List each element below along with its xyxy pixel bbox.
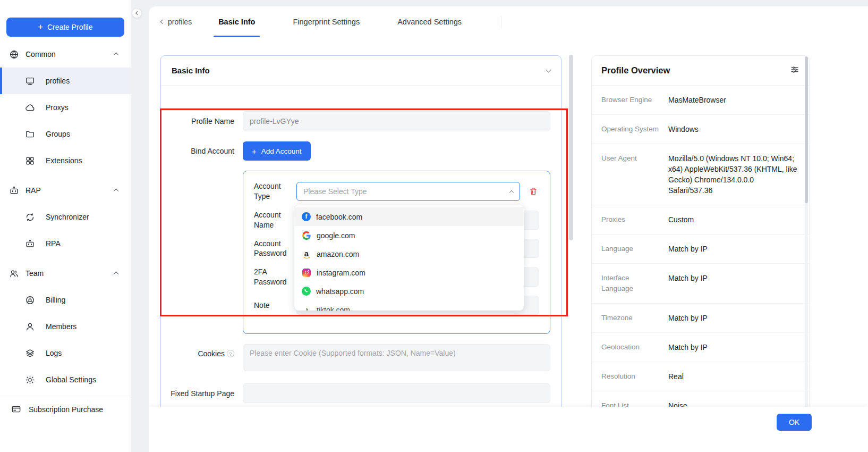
sidebar-item-synchronizer[interactable]: Synchronizer [0,204,131,230]
basic-info-card-header[interactable]: Basic Info [161,56,561,86]
folder-icon [24,129,35,139]
sidebar-item-extensions[interactable]: Extensions [0,147,131,174]
basic-info-card: Basic Info Profile Name Bind Account + A [160,55,561,422]
overview-label: Language [601,244,668,254]
globe-icon [8,49,19,60]
dropdown-option-instagram[interactable]: instagram.com [294,263,524,282]
overview-value: Custom [668,214,799,225]
tab-fingerprint-settings[interactable]: Fingerprint Settings [288,6,364,37]
fixed-startup-input[interactable] [243,383,550,403]
robot-icon [8,185,19,196]
overview-label: Timezone [601,313,668,323]
tab-advanced-settings[interactable]: Advanced Settings [393,6,466,37]
twofa-password-label: 2FA Password [254,267,296,287]
sidebar-item-proxys[interactable]: Proxys [0,94,131,121]
sidebar-item-label: Global Settings [46,375,96,384]
tab-bar: profiles Basic Info Fingerprint Settings… [149,6,868,37]
overview-value: Mozilla/5.0 (Windows NT 10.0; Win64; x64… [668,153,799,196]
chevron-up-icon [114,50,118,58]
app: + Create Profile Common profiles [0,0,868,452]
option-label: whatsapp.com [316,287,364,296]
overview-label: Geolocation [601,342,668,353]
overview-row: Language Match by IP [592,235,809,264]
sidebar-item-rpa[interactable]: RPA [0,230,131,257]
overview-row: User Agent Mozilla/5.0 (Windows NT 10.0;… [592,144,809,205]
overview-value: Match by IP [668,313,799,323]
sidebar-item-label: Logs [46,349,62,357]
help-icon[interactable] [227,350,234,357]
overview-row: Browser Engine MasMateBrowser [592,86,809,115]
dropdown-option-whatsapp[interactable]: whatsapp.com [294,282,524,300]
sidebar-item-global-settings[interactable]: Global Settings [0,366,131,393]
amazon-icon [302,249,311,259]
option-label: instagram.com [317,269,365,277]
tiktok-icon [302,305,311,311]
overview-label: Browser Engine [601,95,668,105]
sidebar-item-billing[interactable]: Billing [0,287,131,313]
grid-icon [24,155,35,166]
sidebar-item-members[interactable]: Members [0,313,131,340]
dropdown-option-facebook[interactable]: facebook.com [294,207,524,226]
overview-scrollbar-thumb[interactable] [805,56,808,203]
sync-icon [24,212,35,222]
select-placeholder: Please Select Type [303,187,367,196]
sliders-icon[interactable] [790,65,799,77]
overview-row: Geolocation Match by IP [592,333,809,362]
dropdown-option-google[interactable]: google.com [294,226,524,245]
option-label: amazon.com [317,250,359,258]
option-label: google.com [317,231,355,240]
trash-icon [529,187,538,196]
fixed-startup-row: Fixed Startup Page [161,383,550,403]
overview-row: Operating System Windows [592,115,809,144]
sidebar-item-label: Proxys [46,103,69,112]
add-account-button[interactable]: + Add Account [243,141,311,161]
whatsapp-icon [302,287,311,296]
breadcrumb-back[interactable]: profiles [161,6,192,37]
account-type-row: Account Type Please Select Type [254,181,539,202]
sidebar-item-label: Subscription Purchase [29,405,103,414]
overview-value: Match by IP [668,342,799,353]
overview-label: Proxies [601,214,668,225]
chevron-down-icon [547,66,550,76]
monitor-icon [24,76,35,86]
sidebar-collapse-button[interactable] [132,8,142,18]
member-icon [24,321,35,332]
cookies-label: Cookies [198,349,225,358]
sidebar-item-logs[interactable]: Logs [0,340,131,366]
sidebar-item-subscription-purchase[interactable]: Subscription Purchase [0,396,131,422]
tab-basic-info[interactable]: Basic Info [214,6,260,37]
sidebar: + Create Profile Common profiles [0,0,131,452]
sidebar-item-groups[interactable]: Groups [0,121,131,147]
option-label: tiktok.com [317,306,350,311]
sidebar-item-label: RPA [46,239,61,248]
create-profile-button[interactable]: + Create Profile [6,18,124,37]
sidebar-section-common[interactable]: Common [0,41,131,68]
sidebar-item-label: profiles [46,77,70,85]
option-label: facebook.com [316,213,362,221]
section-label: Common [25,50,56,58]
fixed-startup-label: Fixed Startup Page [171,389,234,398]
sidebar-item-label: Extensions [46,156,82,165]
overview-label: Resolution [601,371,668,382]
account-type-dropdown: facebook.com google. [294,205,524,311]
account-type-select[interactable]: Please Select Type [296,182,520,201]
overview-row: Proxies Custom [592,205,809,235]
sidebar-section-rap[interactable]: RAP [0,177,131,204]
sidebar-item-profiles[interactable]: profiles [0,68,131,94]
sidebar-section-team[interactable]: Team [0,260,131,287]
sidebar-item-label: Synchronizer [46,213,89,221]
overview-label: User Agent [601,153,668,196]
rpa-icon [24,238,35,249]
dropdown-option-amazon[interactable]: amazon.com [294,245,524,263]
gear-icon [24,374,35,385]
overview-value: Real [668,371,799,382]
chevron-left-icon [160,20,165,24]
main-scrollbar-thumb[interactable] [569,55,573,240]
delete-account-button[interactable] [529,186,539,197]
cookies-textarea[interactable] [243,344,550,371]
add-account-label: Add Account [261,147,302,155]
sidebar-nav: Common profiles Proxys Groups [0,41,131,393]
dropdown-option-tiktok[interactable]: tiktok.com [294,300,524,311]
ok-button[interactable]: OK [777,414,812,431]
profile-name-input[interactable] [243,111,550,131]
